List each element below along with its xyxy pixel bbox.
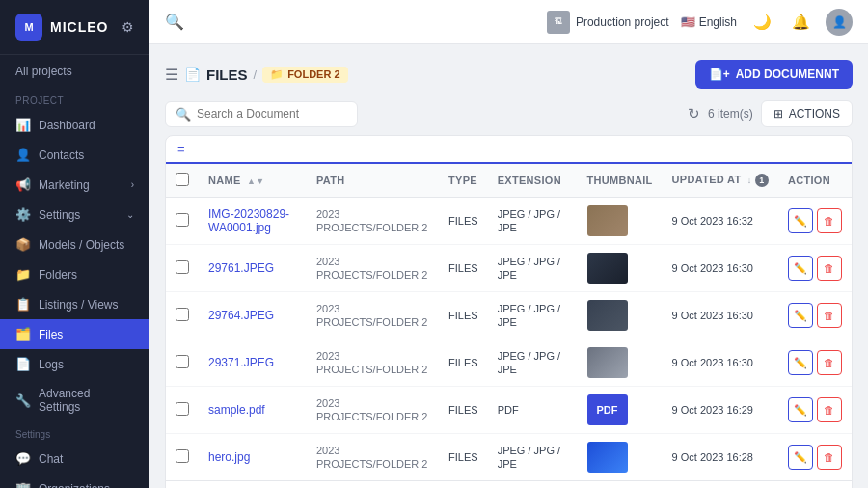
moon-icon[interactable]: 🌙 [748, 9, 775, 36]
filter-icon[interactable]: ≡ [177, 136, 185, 162]
edit-button[interactable]: ✏️ [788, 303, 813, 328]
cell-extension: JPEG / JPG / JPE [488, 245, 578, 292]
edit-button[interactable]: ✏️ [788, 445, 813, 470]
row-checkbox[interactable] [176, 260, 189, 274]
delete-button[interactable]: 🗑 [817, 256, 842, 281]
cell-name: 29371.JPEG [199, 339, 307, 387]
add-document-button[interactable]: 📄+ ADD DOCUMENNT [695, 60, 853, 89]
th-type: TYPE [439, 164, 488, 198]
dashboard-icon: 📊 [15, 118, 31, 132]
cell-extension: JPEG / JPG / JPE [488, 339, 578, 387]
edit-button[interactable]: ✏️ [788, 208, 813, 233]
sidebar-item-label: Files [39, 328, 63, 341]
file-name-link[interactable]: 29761.JPEG [208, 261, 274, 275]
table-row: IMG-20230829-WA0001.jpg 2023 PROJECTS/FO… [166, 198, 852, 245]
filter-bar: ≡ [166, 136, 852, 164]
toolbar: 🔍 ↻ 6 item(s) ⊞ ACTIONS [165, 100, 853, 127]
row-checkbox[interactable] [176, 308, 189, 321]
table-row: 29371.JPEG 2023 PROJECTS/FOLDER 2 FILES … [166, 339, 852, 387]
path-text: 2023 PROJECTS/FOLDER 2 [316, 397, 428, 422]
delete-button[interactable]: 🗑 [817, 445, 842, 470]
toolbar-right: ↻ 6 item(s) ⊞ ACTIONS [688, 100, 853, 127]
cell-updated-at: 9 Oct 2023 16:30 [663, 245, 778, 292]
edit-button[interactable]: ✏️ [788, 350, 813, 375]
path-text: 2023 PROJECTS/FOLDER 2 [316, 208, 428, 233]
settings-icon[interactable]: ⚙ [122, 19, 134, 35]
delete-button[interactable]: 🗑 [817, 350, 842, 375]
file-name-link[interactable]: 29764.JPEG [208, 309, 274, 322]
table-footer: Rows per page: All 10 25 1-6 of 6 ‹ › [166, 480, 852, 488]
table-body: IMG-20230829-WA0001.jpg 2023 PROJECTS/FO… [166, 198, 852, 481]
th-checkbox [166, 164, 199, 198]
cell-type: FILES [439, 198, 488, 245]
actions-button[interactable]: ⊞ ACTIONS [761, 100, 853, 127]
updated-at-text: 9 Oct 2023 16:30 [672, 310, 753, 321]
cell-thumbnail [578, 245, 663, 292]
project-name: Production project [576, 15, 669, 29]
sidebar-item-contacts[interactable]: 👤 Contacts [0, 140, 149, 170]
delete-button[interactable]: 🗑 [817, 208, 842, 233]
row-checkbox[interactable] [176, 213, 189, 227]
breadcrumb: ☰ 📄 FILES / 📁 FOLDER 2 [165, 66, 348, 84]
chat-icon: 💬 [15, 451, 31, 466]
user-avatar[interactable]: 👤 [826, 9, 853, 36]
logo-icon: M [15, 14, 42, 41]
row-checkbox[interactable] [176, 402, 189, 416]
sidebar-all-projects[interactable]: All projects [0, 55, 149, 88]
hamburger-icon[interactable]: ☰ [165, 66, 178, 84]
delete-button[interactable]: 🗑 [817, 397, 842, 422]
sidebar-item-marketing[interactable]: 📢 Marketing › [0, 170, 149, 200]
file-name-link[interactable]: IMG-20230829-WA0001.jpg [208, 207, 289, 234]
select-all-checkbox[interactable] [176, 173, 189, 186]
sidebar-item-label: Organizations [39, 482, 110, 489]
sidebar-item-logs[interactable]: 📄 Logs [0, 349, 149, 379]
updated-at-text: 9 Oct 2023 16:32 [672, 215, 753, 227]
flag-icon: 🇺🇸 [681, 15, 695, 29]
search-input[interactable] [197, 107, 347, 121]
bell-icon[interactable]: 🔔 [787, 9, 814, 36]
marketing-icon: 📢 [15, 177, 31, 192]
updated-at-text: 9 Oct 2023 16:30 [672, 357, 753, 368]
action-buttons: ✏️ 🗑 [788, 256, 842, 281]
th-path: PATH [307, 164, 439, 198]
project-selector[interactable]: 🏗 Production project [547, 11, 669, 34]
cell-updated-at: 9 Oct 2023 16:30 [663, 339, 778, 387]
language-selector[interactable]: 🇺🇸 English [681, 15, 737, 29]
file-name-link[interactable]: sample.pdf [208, 403, 265, 417]
sidebar-item-files[interactable]: 🗂️ Files [0, 319, 149, 349]
path-text: 2023 PROJECTS/FOLDER 2 [316, 256, 428, 281]
page-content: ☰ 📄 FILES / 📁 FOLDER 2 📄+ ADD DOCUMENNT … [149, 44, 868, 488]
file-name-link[interactable]: 29371.JPEG [208, 356, 274, 369]
path-text: 2023 PROJECTS/FOLDER 2 [316, 445, 428, 470]
edit-button[interactable]: ✏️ [788, 397, 813, 422]
type-text: FILES [448, 451, 478, 463]
sidebar-item-organizations[interactable]: 🏢 Organizations [0, 474, 149, 488]
cell-action: ✏️ 🗑 [778, 339, 852, 387]
cell-extension: PDF [488, 387, 578, 434]
sidebar-item-listings[interactable]: 📋 Listings / Views [0, 289, 149, 319]
sidebar-item-chat[interactable]: 💬 Chat [0, 444, 149, 474]
cell-type: FILES [439, 292, 488, 339]
sidebar-item-models[interactable]: 📦 Models / Objects [0, 230, 149, 259]
refresh-button[interactable]: ↻ [688, 105, 700, 122]
cell-action: ✏️ 🗑 [778, 245, 852, 292]
row-checkbox[interactable] [176, 449, 189, 463]
files-icon: 🗂️ [15, 327, 31, 341]
breadcrumb-folder[interactable]: 📁 FOLDER 2 [262, 67, 347, 83]
action-buttons: ✏️ 🗑 [788, 303, 842, 328]
row-checkbox[interactable] [176, 355, 189, 368]
sidebar-item-folders[interactable]: 📁 Folders [0, 259, 149, 289]
sidebar-item-dashboard[interactable]: 📊 Dashboard [0, 110, 149, 140]
cell-checkbox [166, 387, 199, 434]
sidebar-item-settings[interactable]: ⚙️ Settings ⌄ [0, 200, 149, 230]
updated-at-text: 9 Oct 2023 16:30 [672, 262, 753, 274]
search-icon[interactable]: 🔍 [165, 13, 184, 31]
delete-button[interactable]: 🗑 [817, 303, 842, 328]
item-count: 6 item(s) [708, 107, 753, 121]
cell-name: hero.jpg [199, 434, 307, 481]
sidebar-item-label: Models / Objects [39, 238, 124, 252]
updated-at-text: 9 Oct 2023 16:28 [672, 451, 753, 463]
sidebar-item-advanced[interactable]: 🔧 Advanced Settings [0, 379, 149, 421]
file-name-link[interactable]: hero.jpg [208, 450, 250, 464]
edit-button[interactable]: ✏️ [788, 256, 813, 281]
